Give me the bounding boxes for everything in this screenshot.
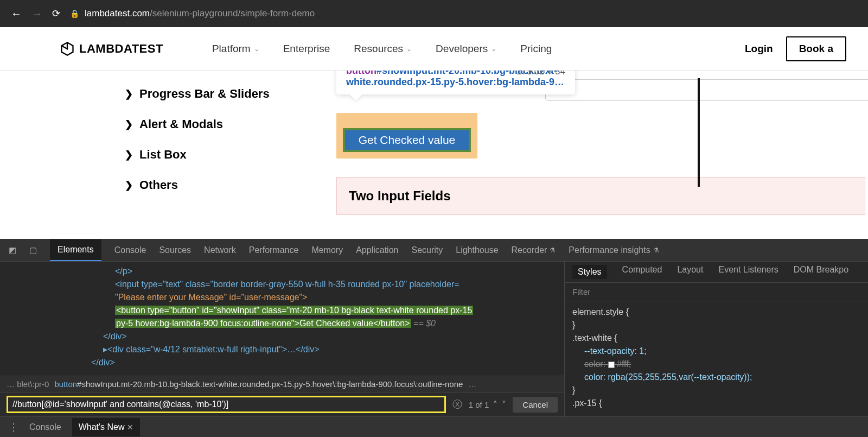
highlighted-button-padding: Get Checked value xyxy=(343,128,471,152)
chevron-down-icon: ⌄ xyxy=(491,45,496,53)
dom-selected-node[interactable]: <button type="button" id="showInput" cla… xyxy=(115,306,473,315)
category-sidebar: ❯Progress Bar & Sliders ❯Alert & Modals … xyxy=(0,71,336,239)
highlight-overlay: Get Checked value xyxy=(336,113,477,159)
main-column: button#showInput.mt-20.mb-10.bg-black.te… xyxy=(336,71,868,239)
message-input[interactable] xyxy=(545,79,868,101)
chevron-down-icon: ⌄ xyxy=(406,45,412,53)
chevron-down-icon: ⌄ xyxy=(254,45,259,53)
sidebar-item-label: Alert & Modals xyxy=(139,117,223,131)
tab-computed[interactable]: Computed xyxy=(622,265,662,279)
tab-security[interactable]: Security xyxy=(411,245,443,255)
clear-search-icon[interactable]: ⓧ xyxy=(452,398,462,411)
tab-memory[interactable]: Memory xyxy=(311,245,343,255)
css-rule[interactable]: .text-white { xyxy=(572,332,860,345)
next-match-icon[interactable]: ˅ xyxy=(502,400,506,409)
crumb-selector[interactable]: #showInput.mt-20.mb-10.bg-black.text-whi… xyxy=(77,379,463,389)
divider xyxy=(698,78,700,187)
flask-icon: ⚗ xyxy=(653,246,659,254)
nav-enterprise[interactable]: Enterprise xyxy=(283,43,330,55)
tab-network[interactable]: Network xyxy=(204,245,236,255)
nav-pricing[interactable]: Pricing xyxy=(520,43,552,55)
nav-resources[interactable]: Resources⌄ xyxy=(354,43,412,55)
nav-platform[interactable]: Platform⌄ xyxy=(212,43,259,55)
tab-elements[interactable]: Elements xyxy=(50,239,101,261)
primary-nav: Platform⌄ Enterprise Resources⌄ Develope… xyxy=(212,43,552,55)
browser-toolbar: ← → ⟳ 🔒 lambdatest.com/selenium-playgrou… xyxy=(0,0,868,27)
dom-node[interactable]: </p> xyxy=(115,267,132,276)
styles-tabs: Styles Computed Layout Event Listeners D… xyxy=(565,262,868,283)
css-rule[interactable]: element.style { xyxy=(572,306,860,319)
section-title: Two Input Fields xyxy=(349,188,853,204)
drawer-tab-console[interactable]: Console xyxy=(29,422,61,432)
prev-match-icon[interactable]: ˄ xyxy=(493,400,497,409)
tab-perf-insights[interactable]: Performance insights ⚗ xyxy=(569,245,659,255)
dom-selected-node[interactable]: py-5 hover:bg-lambda-900 focus:outline-n… xyxy=(115,319,411,328)
elements-panel: </p> <input type="text" class="border bo… xyxy=(0,262,564,416)
tab-recorder[interactable]: Recorder ⚗ xyxy=(512,245,556,255)
tab-application[interactable]: Application xyxy=(356,245,398,255)
sidebar-item-listbox[interactable]: ❯List Box xyxy=(125,148,336,162)
devtools-drawer-tabs: ⋮ Console What's New ✕ xyxy=(0,416,868,437)
lock-icon: 🔒 xyxy=(70,9,79,18)
dom-node[interactable]: <input type="text" class="border border-… xyxy=(115,280,459,289)
css-rules[interactable]: element.style { } .text-white { --text-o… xyxy=(565,301,868,414)
tab-lighthouse[interactable]: Lighthouse xyxy=(456,245,498,255)
tab-dom-breakpoints[interactable]: DOM Breakpo xyxy=(794,265,848,279)
breadcrumb[interactable]: … blet\:pr-0 button#showInput.mt-20.mb-1… xyxy=(0,376,564,392)
logo-icon xyxy=(60,41,75,56)
nav-developers[interactable]: Developers⌄ xyxy=(436,43,496,55)
css-rule[interactable]: } xyxy=(572,384,860,397)
sidebar-item-progress[interactable]: ❯Progress Bar & Sliders xyxy=(125,87,336,101)
tab-styles[interactable]: Styles xyxy=(572,265,607,279)
tab-layout[interactable]: Layout xyxy=(677,265,703,279)
kebab-menu-icon[interactable]: ⋮ xyxy=(9,421,18,433)
chevron-right-icon: ❯ xyxy=(125,179,133,191)
dom-node[interactable]: </div> xyxy=(91,358,115,367)
css-rule[interactable]: } xyxy=(572,319,860,332)
page-content: ❯Progress Bar & Sliders ❯Alert & Modals … xyxy=(0,71,868,239)
css-property[interactable]: color: rgba(255,255,255,var(--text-opaci… xyxy=(584,371,860,384)
tooltip-arrow-icon xyxy=(349,94,362,101)
brand-logo[interactable]: LAMBDATEST xyxy=(60,41,163,56)
cancel-button[interactable]: Cancel xyxy=(513,397,558,413)
crumb-tag[interactable]: button xyxy=(54,379,77,389)
device-toggle-icon[interactable]: ▢ xyxy=(29,245,37,255)
chevron-right-icon: ❯ xyxy=(125,118,133,130)
brand-text: LAMBDATEST xyxy=(79,42,163,56)
close-icon[interactable]: ✕ xyxy=(127,423,133,432)
dom-node[interactable]: ▸<div class="w-4/12 smtablet:w-full rigt… xyxy=(103,345,320,354)
back-button[interactable]: ← xyxy=(11,8,22,20)
dom-node[interactable]: </div> xyxy=(103,332,127,341)
chevron-right-icon: ❯ xyxy=(125,149,133,161)
url-host: lambdatest.com xyxy=(85,8,150,18)
sidebar-item-others[interactable]: ❯Others xyxy=(125,178,336,192)
tab-performance[interactable]: Performance xyxy=(249,245,299,255)
tab-sources[interactable]: Sources xyxy=(159,245,191,255)
url-path: /selenium-playground/simple-form-demo xyxy=(150,8,315,18)
dom-node[interactable]: "Please enter your Message" id="user-mes… xyxy=(115,293,307,302)
tab-event-listeners[interactable]: Event Listeners xyxy=(718,265,778,279)
site-header: LAMBDATEST Platform⌄ Enterprise Resource… xyxy=(0,27,868,71)
tab-console[interactable]: Console xyxy=(114,245,146,255)
inspect-icon[interactable]: ◩ xyxy=(9,245,16,255)
xpath-search-input[interactable]: //button[@id='showInput' and contains(@c… xyxy=(7,396,446,413)
two-input-section: Two Input Fields xyxy=(336,177,865,215)
css-rule[interactable]: .px-15 { xyxy=(572,397,860,410)
sidebar-item-label: List Box xyxy=(139,148,187,162)
address-bar[interactable]: 🔒 lambdatest.com/selenium-playground/sim… xyxy=(70,8,857,19)
login-link[interactable]: Login xyxy=(745,43,773,55)
crumb-prev[interactable]: … blet\:pr-0 xyxy=(7,379,49,389)
reload-button[interactable]: ⟳ xyxy=(52,8,60,20)
element-inspector-tooltip: button#showInput.mt-20.mb-10.bg-black.te… xyxy=(336,71,575,94)
color-swatch-icon[interactable] xyxy=(608,362,615,368)
get-checked-value-button[interactable]: Get Checked value xyxy=(345,130,469,150)
sidebar-item-alert[interactable]: ❯Alert & Modals xyxy=(125,117,336,131)
styles-filter[interactable]: Filter xyxy=(565,283,868,301)
dom-tree[interactable]: </p> <input type="text" class="border bo… xyxy=(0,262,564,376)
css-property-strikethrough[interactable]: color: #fff; xyxy=(584,358,860,371)
book-demo-button[interactable]: Book a xyxy=(786,36,846,61)
drawer-tab-whatsnew[interactable]: What's New ✕ xyxy=(72,418,140,436)
crumb-more[interactable]: … xyxy=(468,379,476,389)
css-property[interactable]: --text-opacity: 1; xyxy=(584,345,860,358)
forward-button[interactable]: → xyxy=(31,8,42,20)
